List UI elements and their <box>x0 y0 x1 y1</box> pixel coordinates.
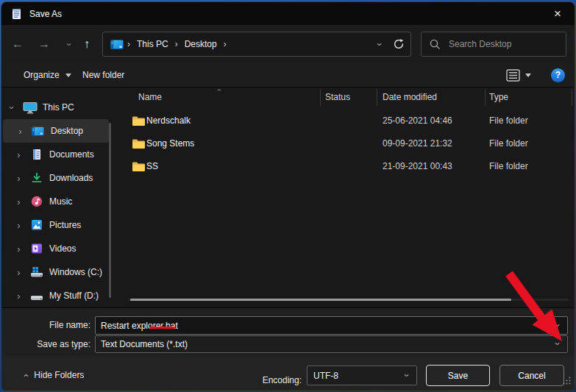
chevron-collapsed-icon[interactable]: › <box>14 173 24 184</box>
sidebar-item-label: Music <box>49 196 72 207</box>
column-header-name[interactable]: Name <box>138 92 162 102</box>
music-icon <box>29 196 44 207</box>
sidebar-item-videos[interactable]: › Videos <box>1 237 109 260</box>
file-name: SS <box>146 161 158 171</box>
folder-icon <box>132 115 146 129</box>
dialog-footer: › Hide Folders Encoding: UTF-8 › Save Ca… <box>1 355 575 391</box>
view-mode-button[interactable] <box>506 63 520 87</box>
column-divider[interactable] <box>377 89 377 106</box>
sidebar-item-label: Videos <box>49 243 76 254</box>
organize-button[interactable]: Organize <box>24 63 71 87</box>
file-name: Nerdschalk <box>146 115 191 126</box>
help-button[interactable]: ? <box>551 63 565 87</box>
sidebar-scrollbar[interactable] <box>109 123 111 298</box>
desktop-icon <box>30 126 46 136</box>
navigation-bar: ← → › ↑ › This PC › Desktop › › <box>1 25 575 63</box>
up-icon: ↑ <box>84 38 90 51</box>
chevron-collapsed-icon[interactable]: › <box>14 220 24 231</box>
column-divider[interactable] <box>320 89 321 106</box>
sidebar-item-downloads[interactable]: › Downloads <box>1 166 109 190</box>
back-button[interactable]: ← <box>7 33 28 55</box>
chevron-down-icon[interactable]: › <box>548 339 567 349</box>
file-name-label: File name: <box>6 320 90 330</box>
close-icon: × <box>554 7 561 21</box>
up-button[interactable]: ↑ <box>77 33 97 55</box>
new-folder-button[interactable]: New folder <box>82 63 124 87</box>
file-name-combobox[interactable]: › <box>95 316 568 335</box>
breadcrumb-desktop[interactable]: Desktop <box>182 39 220 49</box>
encoding-value: UTF-8 <box>307 371 397 381</box>
address-bar[interactable]: › This PC › Desktop › › <box>102 32 411 57</box>
search-box[interactable] <box>421 32 566 57</box>
file-type: File folder <box>489 138 528 149</box>
encoding-dropdown[interactable]: UTF-8 › <box>307 366 417 385</box>
column-header-date-modified[interactable]: Date modified <box>383 92 437 102</box>
desktop-location-icon <box>110 40 124 49</box>
address-dropdown-icon[interactable]: › <box>374 43 384 46</box>
file-name: Song Stems <box>146 138 194 149</box>
close-button[interactable]: × <box>541 2 575 25</box>
save-as-dialog: Save As × ← → › ↑ › This PC › Desktop › <box>1 1 575 391</box>
sidebar-item-label: Documents <box>49 149 94 160</box>
save-button[interactable]: Save <box>426 365 490 386</box>
downloads-icon <box>29 172 44 184</box>
refresh-icon[interactable] <box>393 38 405 50</box>
chevron-collapsed-icon[interactable]: › <box>14 267 24 278</box>
column-divider[interactable] <box>485 89 486 106</box>
sidebar-item-music[interactable]: › Music <box>1 190 109 213</box>
cancel-button[interactable]: Cancel <box>499 365 564 386</box>
column-header-type[interactable]: Type <box>489 92 508 102</box>
search-input[interactable] <box>447 38 564 50</box>
save-as-type-dropdown[interactable]: Text Documents (*.txt) › <box>95 335 568 353</box>
chevron-down-icon: › <box>397 371 416 381</box>
sidebar-item-my-stuff-d[interactable]: › My Stuff (D:) <box>1 284 109 307</box>
chevron-expanded-icon[interactable]: › <box>7 103 17 113</box>
sidebar-item-windows-c[interactable]: › Windows (C:) <box>1 260 109 284</box>
breadcrumb-this-pc[interactable]: This PC <box>134 39 171 49</box>
file-date-modified: 25-06-2021 04:46 <box>383 115 452 126</box>
chevron-collapsed-icon[interactable]: › <box>14 149 24 160</box>
hide-folders-button[interactable]: › Hide Folders <box>24 370 84 380</box>
sidebar-item-label: Desktop <box>51 126 83 136</box>
chevron-collapsed-icon[interactable]: › <box>14 243 24 254</box>
sidebar-item-desktop[interactable]: › Desktop <box>3 119 109 143</box>
file-type: File folder <box>489 115 528 126</box>
pictures-icon <box>29 219 44 231</box>
cancel-label: Cancel <box>518 371 545 381</box>
folder-icon <box>132 138 146 152</box>
sort-ascending-icon: › <box>215 89 223 92</box>
organize-label: Organize <box>24 70 60 80</box>
view-mode-dropdown[interactable] <box>525 63 531 87</box>
sidebar-item-documents[interactable]: › Documents <box>1 143 109 166</box>
file-date-modified: 21-09-2021 00:43 <box>383 161 452 171</box>
chevron-down-icon[interactable]: › <box>548 321 567 331</box>
file-row-song-stems[interactable]: Song Stems 09-09-2021 21:32 File folder <box>127 132 569 155</box>
window-title: Save As <box>29 9 62 19</box>
chevron-down-icon <box>65 74 71 77</box>
chevron-collapsed-icon[interactable]: › <box>14 196 24 207</box>
chevron-collapsed-icon[interactable]: › <box>14 291 24 302</box>
file-name-input[interactable] <box>96 320 548 332</box>
resize-grip[interactable] <box>563 374 571 388</box>
column-header-status[interactable]: Status <box>325 92 350 102</box>
file-row-ss[interactable]: SS 21-09-2021 00:43 File folder <box>127 155 569 178</box>
this-pc-icon <box>22 101 38 114</box>
save-as-type-label: Save as type: <box>6 339 90 349</box>
encoding-label: Encoding: <box>260 375 302 385</box>
horizontal-scrollbar-thumb[interactable] <box>130 299 511 301</box>
hide-folders-label: Hide Folders <box>34 370 84 380</box>
videos-icon <box>29 243 44 254</box>
file-type: File folder <box>489 161 528 171</box>
sidebar-item-pictures[interactable]: › Pictures <box>1 213 109 237</box>
forward-button[interactable]: → <box>34 33 54 55</box>
breadcrumb-separator-icon: › <box>171 39 182 49</box>
chevron-collapsed-icon[interactable]: › <box>15 126 25 137</box>
help-icon: ? <box>551 68 565 82</box>
title-bar: Save As × <box>1 2 575 25</box>
column-divider[interactable] <box>572 89 572 106</box>
folder-icon <box>132 161 146 174</box>
command-toolbar: Organize New folder ? <box>1 63 575 88</box>
sidebar-item-this-pc[interactable]: › This PC <box>1 96 109 119</box>
file-row-nerdschalk[interactable]: Nerdschalk 25-06-2021 04:46 File folder <box>127 110 569 132</box>
documents-icon <box>29 149 44 160</box>
